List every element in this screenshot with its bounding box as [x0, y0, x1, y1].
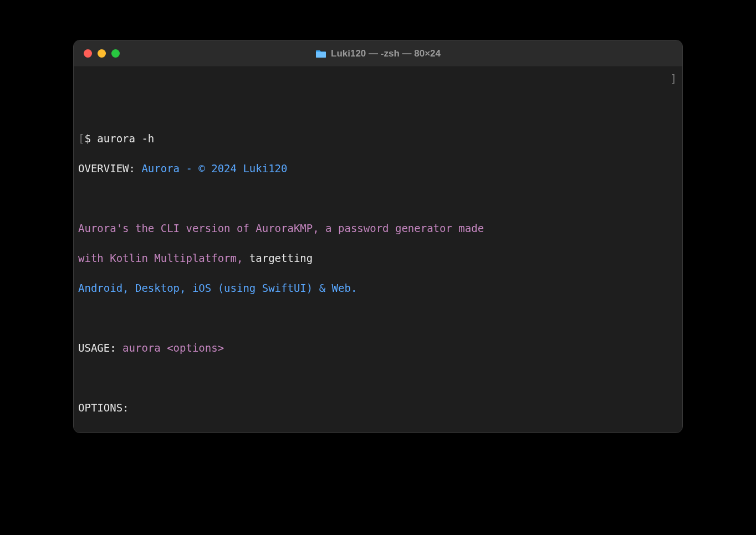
terminal-window: Luki120 — -zsh — 80×24 ] [$ aurora -h OV…	[73, 40, 683, 433]
traffic-lights	[74, 49, 120, 58]
desc-line-3: Android, Desktop, iOS (using SwiftUI) & …	[78, 281, 678, 296]
blank-line	[78, 191, 678, 206]
close-icon[interactable]	[84, 49, 92, 58]
option-flag: -l, --length <length>	[78, 430, 250, 433]
usage-cmd: aurora	[122, 342, 167, 354]
window-title-text: Luki120 — -zsh — 80×24	[331, 48, 441, 59]
options-label-line: OPTIONS:	[78, 400, 678, 415]
usage-args: <options>	[167, 342, 224, 354]
terminal-body[interactable]: ] [$ aurora -h OVERVIEW: Aurora - © 2024…	[74, 67, 682, 433]
blank-line	[78, 311, 678, 326]
titlebar[interactable]: Luki120 — -zsh — 80×24	[74, 40, 682, 67]
option-desc: The password's length, valid range is 10…	[250, 431, 535, 433]
zoom-icon[interactable]	[111, 49, 120, 58]
desc-line-2: with Kotlin Multiplatform, targetting	[78, 251, 678, 266]
shell-prompt: $	[84, 132, 97, 145]
overview-label: OVERVIEW:	[78, 162, 141, 174]
options-label: OPTIONS:	[78, 402, 129, 414]
option-line: -l, --length <length>The password's leng…	[78, 430, 678, 433]
entered-command: aurora -h	[97, 132, 154, 145]
blank-line	[78, 371, 678, 385]
input-line: [$ aurora -h	[78, 131, 678, 146]
overview-value: Aurora - © 2024 Luki120	[141, 162, 287, 174]
desc-line-1: Aurora's the CLI version of AuroraKMP, a…	[78, 221, 678, 236]
usage-label: USAGE:	[78, 342, 122, 354]
minimize-icon[interactable]	[98, 49, 106, 58]
folder-icon	[315, 49, 326, 58]
usage-line: USAGE: aurora <options>	[78, 341, 678, 356]
prompt-bracket-close: ]	[671, 71, 677, 86]
prompt-bracket-open: [	[78, 132, 84, 145]
window-title: Luki120 — -zsh — 80×24	[74, 48, 682, 59]
overview-line: OVERVIEW: Aurora - © 2024 Luki120	[78, 161, 678, 176]
